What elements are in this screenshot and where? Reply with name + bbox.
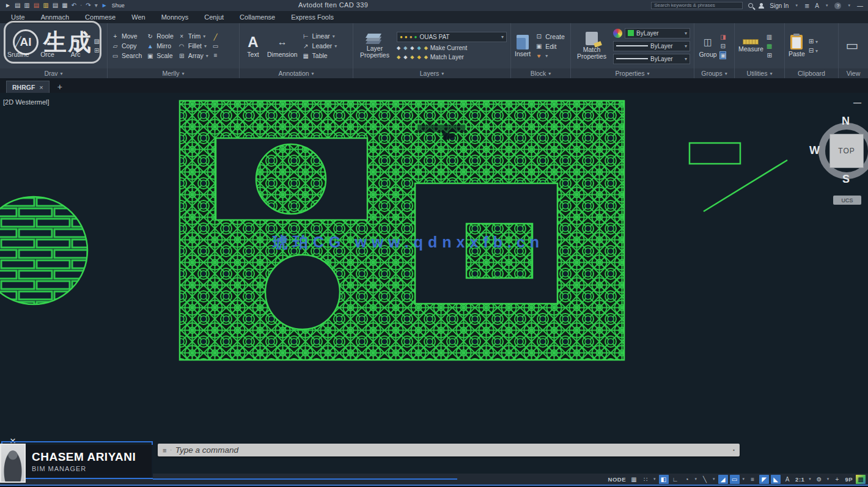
- hatch-icon[interactable]: ▨: [94, 38, 100, 45]
- mirror-button[interactable]: ▲Mirro: [146, 42, 173, 49]
- insert-button[interactable]: Insert: [515, 35, 531, 57]
- polar-tracking-icon[interactable]: ◔: [682, 475, 692, 484]
- stretch-button[interactable]: ▭Search: [111, 52, 142, 59]
- copy-clip-icon[interactable]: ⊞ ▾: [809, 38, 818, 45]
- viewport-minimize-button[interactable]: —: [853, 98, 861, 107]
- diagonal-line-entity[interactable]: [704, 160, 787, 211]
- object-color-dropdown[interactable]: ByLayer ▾: [625, 28, 690, 38]
- color-wheel-icon[interactable]: [613, 29, 622, 38]
- id-point-icon[interactable]: ▥: [767, 34, 772, 40]
- sheet-icon[interactable]: ▤: [53, 0, 58, 11]
- layer-swatch-icon[interactable]: ●: [414, 34, 417, 40]
- fillet-button[interactable]: ◠Fillet▾: [178, 42, 208, 49]
- object-snap-icon[interactable]: ▭: [730, 475, 740, 484]
- a-caret-icon[interactable]: ▾: [825, 1, 829, 10]
- lineweight-icon[interactable]: ≡: [748, 475, 757, 484]
- model-space-button[interactable]: NODE: [607, 475, 627, 484]
- panel-label-modify[interactable]: Merlly▾: [108, 68, 239, 78]
- caret-icon[interactable]: ▾: [95, 0, 98, 11]
- text-button[interactable]: A Text: [243, 34, 263, 58]
- erase-pencil-icon[interactable]: ╱: [213, 34, 218, 40]
- menu-tab-cenjut[interactable]: Cenjut: [204, 13, 224, 21]
- linetype-dropdown[interactable]: ByLayer ▾: [613, 54, 690, 64]
- group-edit-icon[interactable]: ⊟: [720, 43, 726, 49]
- layer-freeze-icon[interactable]: ◆: [403, 45, 407, 51]
- layer-current-icon[interactable]: ◆: [424, 45, 428, 51]
- undo-icon[interactable]: ↶: [72, 0, 76, 11]
- array-button[interactable]: ⊞Array▾: [178, 52, 208, 59]
- new-tab-button[interactable]: +: [53, 81, 67, 93]
- array-caret-icon[interactable]: ▾: [206, 53, 208, 59]
- layer-thaw-icon[interactable]: ◆: [403, 54, 407, 60]
- menu-tab-commese[interactable]: Commese: [85, 13, 116, 21]
- object-snap-tracking-icon[interactable]: ╲: [700, 475, 710, 484]
- explode-icon[interactable]: ▭: [213, 43, 218, 49]
- boundary-hole-circle[interactable]: [265, 255, 340, 329]
- quick-properties-button[interactable]: 9P: [844, 475, 854, 484]
- plot-icon[interactable]: ▥: [43, 0, 48, 11]
- snap-caret-icon[interactable]: ▾: [652, 475, 657, 484]
- panel-label-utilities[interactable]: Utilities▾: [735, 68, 784, 78]
- brick-hatched-circle[interactable]: [0, 197, 87, 304]
- customize-plus-icon[interactable]: +: [832, 475, 842, 484]
- layer-dropdown[interactable]: ●●●● OUAS PAT ▾: [397, 32, 507, 42]
- grid-display-icon[interactable]: ▦: [629, 475, 639, 484]
- linear-button[interactable]: ⊢Linear▾: [302, 32, 337, 40]
- ucs-button[interactable]: UCS: [833, 196, 861, 205]
- annotation-visibility-icon[interactable]: A: [782, 475, 792, 484]
- viewcube-south[interactable]: S: [842, 173, 850, 186]
- save-icon[interactable]: ▤: [34, 0, 39, 11]
- help-caret-icon[interactable]: ▾: [847, 1, 851, 10]
- scale-button[interactable]: ▣Scale: [146, 52, 173, 59]
- workspace-caret-icon[interactable]: ▾: [826, 475, 831, 484]
- block-attributes-button[interactable]: ♥▾: [535, 53, 565, 59]
- fillet-caret-icon[interactable]: ▾: [204, 43, 207, 49]
- new-file-icon[interactable]: ▤: [15, 0, 20, 11]
- create-block-button[interactable]: ⊡Create: [535, 33, 565, 40]
- signin-caret-icon[interactable]: ▾: [794, 1, 799, 10]
- layer-lock-icon[interactable]: ◆: [410, 45, 414, 51]
- search-icon[interactable]: [748, 3, 753, 8]
- annotation-scale-button[interactable]: 2:1: [794, 475, 806, 484]
- user-avatar-icon[interactable]: [759, 3, 764, 9]
- overkill-icon[interactable]: ≡: [213, 52, 218, 59]
- polar-caret-icon[interactable]: ▾: [694, 475, 699, 484]
- viewcube-west[interactable]: W: [809, 144, 820, 157]
- viewport-control-label[interactable]: [2D Westermel]: [3, 98, 50, 106]
- panel-label-draw[interactable]: Drav▾: [0, 68, 107, 78]
- window-minimize-button[interactable]: —: [857, 2, 863, 9]
- circle-button[interactable]: ○ Orce: [38, 34, 57, 58]
- paste-button[interactable]: Paste: [789, 35, 805, 57]
- measure-button[interactable]: Measure: [738, 39, 763, 53]
- view-base-icon[interactable]: ▭: [842, 38, 862, 54]
- clean-screen-icon[interactable]: ▩: [856, 475, 866, 484]
- leader-caret-icon[interactable]: ▾: [334, 43, 337, 49]
- snap-mode-icon[interactable]: ∷: [641, 475, 650, 484]
- redo-icon[interactable]: ↷: [86, 0, 90, 11]
- open-folder-icon[interactable]: ▥: [24, 0, 29, 11]
- layer-off-icon[interactable]: ◆: [397, 45, 400, 51]
- workspace-gear-icon[interactable]: ⚙: [814, 475, 824, 484]
- linear-caret-icon[interactable]: ▾: [333, 34, 335, 39]
- help-icon[interactable]: ?: [834, 2, 841, 9]
- drawing-canvas[interactable]: [2D Westermel] — TOP N W S UCS 琥珀CG www.…: [0, 93, 868, 474]
- osnap-caret-icon[interactable]: ▾: [741, 475, 746, 484]
- polyline-button[interactable]: ╱ Srutline: [7, 34, 29, 58]
- copy-button[interactable]: ▱Copy: [111, 42, 142, 49]
- menu-tab-express-fools[interactable]: Express Fools: [291, 13, 334, 21]
- 3d-osnap-icon[interactable]: ◣: [771, 475, 781, 484]
- dimension-button[interactable]: ↔ Dimension: [267, 34, 298, 58]
- leader-button[interactable]: ↗Leader▾: [302, 42, 337, 49]
- trim-button[interactable]: ×Trim▾: [178, 32, 208, 40]
- panel-label-layers[interactable]: Layers▾: [353, 68, 510, 78]
- layer-unlock-icon[interactable]: ◆: [410, 54, 414, 60]
- ortho-mode-icon[interactable]: ∟: [671, 475, 680, 484]
- infer-constraints-icon[interactable]: ◧: [659, 475, 669, 484]
- lightbulb-on-icon[interactable]: ●: [405, 34, 408, 40]
- panel-label-groups[interactable]: Groups▾: [694, 68, 734, 78]
- match-properties-button[interactable]: Match Properties: [575, 32, 609, 60]
- edit-block-button[interactable]: ▣Edit: [535, 43, 565, 50]
- menu-tab-collamense[interactable]: Collamense: [240, 13, 275, 21]
- signin-button[interactable]: Sign In: [770, 2, 789, 9]
- panel-label-block[interactable]: Block▾: [511, 68, 570, 78]
